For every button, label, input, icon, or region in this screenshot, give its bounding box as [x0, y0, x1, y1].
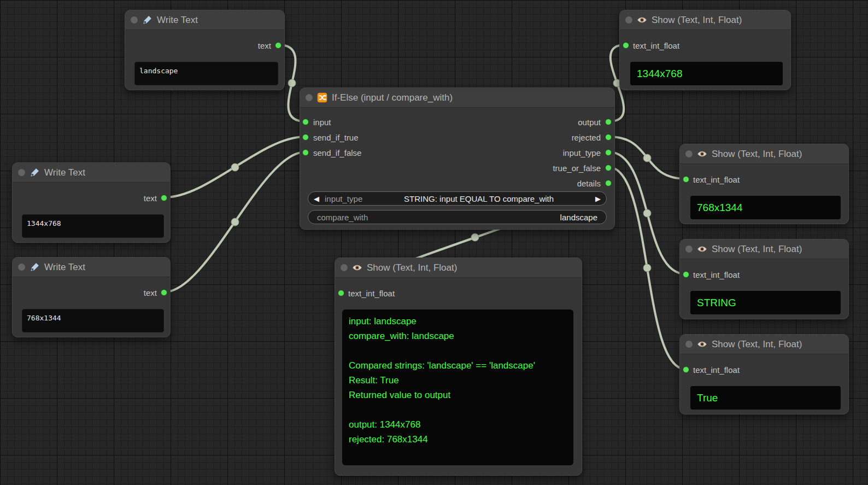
input-slot-text-int-float[interactable] [683, 176, 689, 183]
combo-next-icon[interactable]: ▶ [595, 195, 601, 202]
pen-icon [30, 262, 40, 272]
output-slot-text[interactable] [161, 289, 167, 296]
combo-prev-icon[interactable]: ◀ [314, 195, 319, 202]
show-node-rejected[interactable]: Show (Text, Int, Float) text_int_float 7… [679, 144, 849, 224]
collapse-dot[interactable] [18, 169, 25, 176]
node-title: Write Text [44, 167, 85, 178]
show-node-details[interactable]: Show (Text, Int, Float) text_int_float i… [335, 258, 582, 476]
collapse-dot[interactable] [625, 16, 632, 24]
collapse-dot[interactable] [306, 94, 313, 101]
show-node-true-or-false[interactable]: Show (Text, Int, Float) text_int_float T… [679, 334, 849, 414]
node-title: Write Text [157, 15, 198, 26]
output-slot-label: output [578, 118, 601, 127]
output-slot-label: input_type [563, 148, 601, 157]
node-title: If-Else (input / compare_with) [332, 92, 453, 103]
link-midpoint-dot[interactable] [471, 233, 479, 241]
show-details-display: input: landscape compare_with: landscape… [342, 309, 573, 465]
eye-icon [697, 244, 707, 254]
output-slot-true-or-false[interactable] [605, 165, 612, 171]
compare-with-field-widget[interactable]: compare_with landscape [308, 210, 607, 224]
output-slot-details[interactable] [605, 180, 612, 186]
show-value-display: 1344x768 [630, 62, 783, 85]
output-slot-output[interactable] [605, 119, 612, 125]
write-text-node-1[interactable]: Write Text text landscape [125, 10, 285, 90]
input-slot-text-int-float[interactable] [623, 42, 629, 49]
text-input[interactable]: 1344x768 [22, 214, 164, 238]
input-type-combo-widget[interactable]: ◀ input_type STRING: input EQUAL TO comp… [308, 191, 607, 206]
link-midpoint-dot[interactable] [288, 79, 296, 87]
write-text-node-2[interactable]: Write Text text 1344x768 [12, 162, 171, 243]
node-header[interactable]: Show (Text, Int, Float) [335, 258, 582, 278]
output-slot-input-type[interactable] [605, 149, 612, 156]
shuffle-icon [317, 92, 327, 103]
write-text-node-3[interactable]: Write Text text 768x1344 [12, 257, 171, 337]
eye-icon [352, 262, 362, 273]
combo-label: input_type [325, 194, 362, 203]
link-midpoint-dot[interactable] [231, 163, 239, 171]
collapse-dot[interactable] [685, 150, 693, 157]
collapse-dot[interactable] [131, 16, 138, 24]
input-slot-label: send_if_true [313, 133, 359, 142]
input-slot-label: input [313, 118, 331, 127]
output-slot-label: rejected [572, 133, 601, 142]
output-slot-text[interactable] [161, 195, 167, 201]
node-header[interactable]: Write Text [13, 258, 170, 277]
input-slot-label: text_int_float [348, 289, 395, 298]
node-title: Show (Text, Int, Float) [652, 15, 742, 26]
link-midpoint-dot[interactable] [643, 154, 651, 162]
collapse-dot[interactable] [685, 341, 693, 348]
input-slot-text-int-float[interactable] [683, 271, 689, 278]
output-slot-label: details [577, 179, 601, 188]
input-slot-text-int-float[interactable] [683, 366, 689, 373]
show-node-output[interactable]: Show (Text, Int, Float) text_int_float 1… [619, 10, 791, 90]
output-slot-label: text [144, 288, 157, 297]
input-slot-text-int-float[interactable] [338, 290, 344, 296]
node-canvas[interactable]: Write Text text landscape Write Text tex… [0, 0, 868, 485]
input-slot-input[interactable] [302, 119, 309, 125]
node-title: Write Text [44, 262, 85, 273]
collapse-dot[interactable] [341, 264, 348, 271]
pen-icon [30, 167, 40, 178]
if-else-node[interactable]: If-Else (input / compare_with) input sen… [300, 87, 615, 230]
show-node-input-type[interactable]: Show (Text, Int, Float) text_int_float S… [679, 239, 849, 319]
node-header[interactable]: If-Else (input / compare_with) [300, 88, 614, 108]
input-slot-label: send_if_false [313, 148, 361, 157]
pen-icon [142, 15, 153, 25]
node-title: Show (Text, Int, Float) [367, 262, 457, 273]
output-slot-label: text [258, 41, 271, 50]
node-title: Show (Text, Int, Float) [712, 149, 802, 160]
text-input[interactable]: 768x1344 [22, 309, 164, 332]
input-slot-label: text_int_float [693, 365, 740, 375]
collapse-dot[interactable] [685, 246, 693, 253]
field-value[interactable]: landscape [560, 213, 597, 222]
input-slot-label: text_int_float [693, 270, 740, 279]
show-value-display: 768x1344 [690, 196, 841, 219]
eye-icon [697, 339, 707, 349]
input-slot-send-if-true[interactable] [302, 134, 309, 141]
show-value-display: True [690, 386, 841, 410]
eye-icon [697, 149, 707, 159]
output-slot-text[interactable] [275, 42, 281, 49]
output-slot-label: true_or_false [553, 163, 601, 173]
field-label: compare_with [317, 213, 368, 222]
input-slot-label: text_int_float [633, 41, 679, 50]
node-header[interactable]: Show (Text, Int, Float) [680, 144, 848, 164]
input-slot-label: text_int_float [693, 175, 740, 184]
show-value-display: STRING [690, 291, 841, 314]
collapse-dot[interactable] [18, 264, 25, 271]
node-header[interactable]: Write Text [13, 163, 170, 183]
combo-value[interactable]: STRING: input EQUAL TO compare_with [368, 194, 590, 203]
node-title: Show (Text, Int, Float) [712, 339, 802, 350]
node-header[interactable]: Show (Text, Int, Float) [620, 10, 790, 30]
link-midpoint-dot[interactable] [643, 264, 651, 272]
node-title: Show (Text, Int, Float) [712, 244, 802, 255]
text-input[interactable]: landscape [134, 62, 278, 85]
input-slot-send-if-false[interactable] [302, 149, 309, 156]
link-midpoint-dot[interactable] [231, 218, 239, 226]
node-header[interactable]: Show (Text, Int, Float) [680, 239, 848, 259]
link-midpoint-dot[interactable] [643, 209, 651, 217]
output-slot-label: text [144, 194, 157, 203]
output-slot-rejected[interactable] [605, 134, 612, 141]
node-header[interactable]: Write Text [125, 10, 284, 30]
node-header[interactable]: Show (Text, Int, Float) [680, 335, 848, 354]
